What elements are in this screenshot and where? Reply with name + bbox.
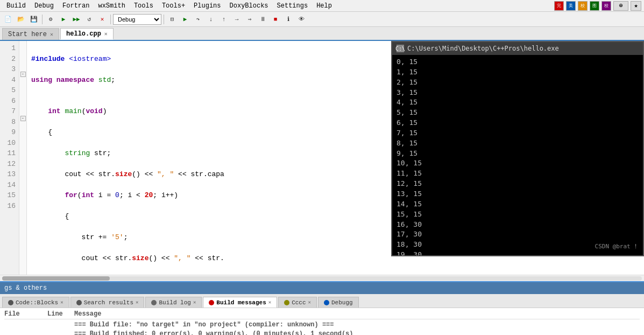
menubar: Build Debug Fortran wxSmith Tools Tools+… [0,0,644,12]
terminal-title: C:\Users\Mind\Desktop\C++Pros\hello.exe [407,45,559,52]
fold-btn-9[interactable]: - [20,116,26,121]
toolbar-debug-step-into[interactable]: ↓ [205,13,217,25]
bottom-panel-title: gs & others [4,284,47,292]
fold-column: - - [19,41,27,275]
tab-start-here-close[interactable]: ✕ [50,31,53,38]
app-root: Build Debug Fortran wxSmith Tools Tools+… [0,0,644,335]
terminal-body: 0, 15 1, 15 2, 15 3, 15 4, 15 5, 15 6, 1… [392,55,643,255]
tab-debugg-label: Debugg [331,299,353,306]
col-file-header: File [4,310,47,318]
bottom-columns-header: File Line Message [4,310,640,319]
icon-btn-4[interactable]: 图 [590,1,599,11]
toolbar-build-run[interactable]: ▶▶ [70,13,82,25]
menu-build[interactable]: Build [2,1,30,11]
toolbar-debug-stop[interactable]: ■ [270,13,281,25]
toolbar-rebuild[interactable]: ↺ [83,13,95,25]
top-right-toolbar: 完 美 校 图 校 ⊕ ★ [554,1,642,11]
sep2 [110,15,111,24]
tab-build-log-icon [151,300,157,305]
bottom-panel-header: gs & others [0,282,644,294]
sep3 [164,15,164,24]
tab-build-messages-label: Build messages [216,299,266,306]
toolbar-debug-run[interactable]: ▶ [179,13,191,25]
tab-debugg[interactable]: Debugg [318,297,359,308]
fold-btn-4[interactable]: - [20,72,26,77]
terminal-output: 0, 15 1, 15 2, 15 3, 15 4, 15 5, 15 6, 1… [397,57,639,255]
line-numbers: 123456 789101112 13141516 [0,41,19,275]
toolbar-save[interactable]: 💾 [28,13,40,25]
toolbar-run[interactable]: ▶ [58,13,69,25]
icon-btn-7[interactable]: ★ [631,1,641,11]
tab-cccc[interactable]: Cccc ✕ [278,297,317,308]
tab-build-log[interactable]: Build log ✕ [145,297,202,308]
terminal-window: C:\ C:\Users\Mind\Desktop\C++Pros\hello.… [391,41,644,256]
tab-cccc-icon [284,300,289,305]
tab-codeblocks[interactable]: Code::Blocks ✕ [2,297,69,308]
tab-cccc-label: Cccc [292,299,306,306]
menu-doxyblocks[interactable]: DoxyBlocks [225,1,273,11]
toolbar-debug-step-out[interactable]: ↑ [218,13,230,25]
editor-inner: 123456 789101112 13141516 - - [0,41,644,275]
tab-cccc-close[interactable]: ✕ [308,299,311,305]
row1-file [4,330,47,335]
terminal-icon: C:\ [397,45,404,52]
toolbar-build-settings[interactable]: ⚙ [45,13,56,25]
tab-hello-cpp[interactable]: hello.cpp ✕ [60,28,114,40]
terminal-titlebar: C:\ C:\Users\Mind\Desktop\C++Pros\hello.… [392,42,643,55]
tab-build-log-close[interactable]: ✕ [193,299,196,305]
icon-btn-3[interactable]: 校 [578,1,588,11]
menu-debug[interactable]: Debug [30,1,58,11]
toolbar-debug-target[interactable]: ⊟ [166,13,178,25]
menu-plugins[interactable]: Plugins [189,1,225,11]
bottom-panel: gs & others Code::Blocks ✕ Search result… [0,281,644,335]
menu-tools[interactable]: Tools [130,1,158,11]
row0-file [4,320,47,330]
tab-codeblocks-icon [8,300,13,305]
row0-message: === Build file: "no target" in "no proje… [74,320,640,330]
bottom-tab-bar: Code::Blocks ✕ Search results ✕ Build lo… [0,294,644,308]
tab-build-messages[interactable]: Build messages ✕ [203,297,277,308]
table-row: === Build file: "no target" in "no proje… [4,320,640,330]
bottom-content: File Line Message === Build file: "no ta… [0,308,644,335]
file-tab-bar: Start here ✕ hello.cpp ✕ [0,27,644,41]
toolbar-debug-pause[interactable]: ⏸ [257,13,268,25]
toolbar-debug-next-inst[interactable]: → [231,13,243,25]
sep1 [42,15,43,24]
tab-codeblocks-label: Code::Blocks [16,299,58,306]
tab-search-results-icon [76,300,82,305]
toolbar-debug-info[interactable]: ℹ [282,13,294,25]
col-line-header: Line [47,310,74,318]
toolbar-stop[interactable]: ✕ [96,13,108,25]
tab-search-results-label: Search results [84,299,133,306]
tab-hello-cpp-close[interactable]: ✕ [104,31,108,37]
icon-btn-6[interactable]: ⊕ [613,1,628,11]
tab-build-messages-icon [209,300,214,305]
tab-hello-cpp-label: hello.cpp [66,30,101,38]
menu-help[interactable]: Help [312,1,336,11]
tab-search-results-close[interactable]: ✕ [136,299,138,305]
menu-fortran[interactable]: Fortran [58,1,94,11]
menu-wxsmith[interactable]: wxSmith [94,1,129,11]
tab-build-messages-close[interactable]: ✕ [268,299,271,305]
editor-horizontal-scrollbar[interactable] [0,275,644,281]
icon-btn-2[interactable]: 美 [566,1,576,11]
toolbar-debug-watches[interactable]: 👁 [295,13,307,25]
menu-tools-plus[interactable]: Tools+ [158,1,189,11]
editor-area: 123456 789101112 13141516 - - [0,41,644,281]
tab-start-here[interactable]: Start here ✕ [2,28,59,40]
menu-settings[interactable]: Settings [273,1,313,11]
icon-btn-1[interactable]: 完 [554,1,564,11]
toolbar-debug-step-inst[interactable]: ⇒ [244,13,256,25]
toolbar-open[interactable]: 📂 [15,13,27,25]
debug-config-dropdown[interactable]: Debug Release [113,14,161,25]
toolbar-debug-step-over[interactable]: ↷ [192,13,204,25]
icon-btn-5[interactable]: 校 [601,1,611,11]
scrollbar-track [2,276,642,281]
tab-codeblocks-close[interactable]: ✕ [60,299,63,305]
toolbar-new[interactable]: 📄 [2,13,14,25]
scrollbar-thumb[interactable] [2,276,110,281]
table-row: === Build finished: 0 error(s), 0 warnin… [4,330,640,335]
tab-search-results[interactable]: Search results ✕ [70,297,145,308]
tab-start-here-label: Start here [8,31,47,38]
col-message-header: Message [74,310,640,318]
